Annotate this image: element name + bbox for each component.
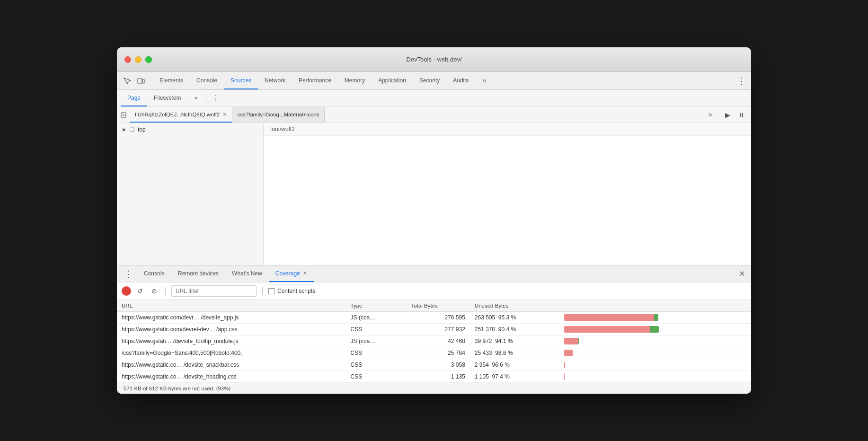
total-bytes-cell: 276 595	[407, 312, 470, 324]
tab-elements[interactable]: Elements	[153, 72, 190, 89]
total-bytes-cell: 277 932	[407, 324, 470, 335]
sources-tab-filesystem[interactable]: Filesystem	[147, 90, 187, 106]
col-header-url[interactable]: URL	[117, 300, 346, 312]
unused-bytes-cell: 39 972 94.1 %	[470, 335, 559, 347]
unused-bytes-cell: 251 370 90.4 %	[470, 324, 559, 335]
maximize-button[interactable]	[145, 56, 152, 63]
drawer-tab-coverage[interactable]: Coverage ✕	[269, 265, 314, 282]
drawer-tab-whats-new[interactable]: What's New	[225, 265, 269, 282]
file-tab-woff2[interactable]: flUhRq6tzZclQEJ...NcIhQ8tQ.woff2 ✕	[130, 107, 232, 123]
url-filter-input[interactable]	[171, 285, 257, 297]
sources-tab-page[interactable]: Page	[121, 90, 147, 106]
type-cell: CSS	[346, 347, 407, 359]
file-tab-close-icon[interactable]: ✕	[222, 112, 227, 117]
type-cell: JS (coa…	[346, 335, 407, 347]
sources-bar-divider	[206, 94, 206, 103]
page-icon: ☐	[129, 126, 135, 133]
right-panel: font/woff2	[264, 123, 751, 265]
sources-tab-more-icon[interactable]: »	[187, 90, 204, 106]
tab-memory[interactable]: Memory	[338, 72, 372, 89]
triangle-icon: ▶	[123, 127, 126, 132]
traffic-lights	[124, 56, 152, 63]
url-cell[interactable]: https://www.gstatic.co… /devsite_heading…	[117, 371, 346, 383]
main-menu-icon[interactable]: ⋮	[736, 75, 747, 87]
drawer-kebab-icon[interactable]: ⋮	[121, 269, 137, 279]
content-scripts-label[interactable]: Content scripts	[268, 288, 315, 294]
col-header-type[interactable]: Type	[346, 300, 407, 312]
file-tab-run-icon[interactable]: ▶	[722, 109, 733, 121]
col-header-unused-bytes[interactable]: Unused Bytes	[470, 300, 559, 312]
drawer-close-button[interactable]: ✕	[736, 268, 747, 280]
bar-cell	[559, 324, 751, 335]
url-cell[interactable]: https://www.gstati… /devsite_tooltip_mod…	[117, 335, 346, 347]
coverage-panel: ↺ ⊘ Content scripts URL Type	[117, 282, 751, 394]
file-tabs-bar: flUhRq6tzZclQEJ...NcIhQ8tQ.woff2 ✕ css?f…	[117, 107, 751, 123]
table-row[interactable]: https://www.gstatic.com/devr… /devsite_a…	[117, 312, 751, 324]
svg-line-3	[123, 114, 124, 116]
cursor-tool-icon[interactable]	[121, 75, 133, 87]
minimize-button[interactable]	[135, 56, 142, 63]
device-toggle-icon[interactable]	[135, 75, 147, 87]
tree-item-top-label: top	[138, 126, 146, 133]
type-cell: CSS	[346, 371, 407, 383]
svg-rect-1	[142, 79, 144, 83]
file-path-text: font/woff2	[270, 126, 295, 132]
bar-cell	[559, 347, 751, 359]
tree-item-top[interactable]: ▶ ☐ top	[117, 123, 263, 136]
tab-sources[interactable]: Sources	[224, 72, 258, 89]
sources-bar: Page Filesystem » ⋮	[117, 90, 751, 107]
file-tab-css[interactable]: css?family=Goog...Material+Icons	[232, 107, 324, 123]
file-tabs-right: » ▶ ⏸	[701, 109, 751, 121]
file-tab-back-icon[interactable]	[117, 108, 130, 122]
tab-audits[interactable]: Audits	[446, 72, 475, 89]
drawer-tab-console[interactable]: Console	[137, 265, 171, 282]
stop-button[interactable]: ⊘	[149, 286, 159, 296]
sources-kebab-icon[interactable]: ⋮	[208, 94, 223, 103]
window-title: DevTools - web.dev/	[406, 56, 461, 63]
tab-network[interactable]: Network	[258, 72, 292, 89]
main-tabs-right: ⋮	[736, 72, 751, 89]
close-button[interactable]	[124, 56, 131, 63]
coverage-toolbar: ↺ ⊘ Content scripts	[117, 282, 751, 300]
table-row[interactable]: https://www.gstatic.co… /devsite_snackba…	[117, 359, 751, 371]
unused-bytes-cell: 2 954 96.6 %	[470, 359, 559, 371]
file-path-bar: font/woff2	[264, 123, 751, 136]
coverage-tab-close-icon[interactable]: ✕	[303, 270, 307, 276]
tab-application[interactable]: Application	[372, 72, 413, 89]
col-header-bar	[559, 300, 751, 312]
status-text: 571 KB of 612 KB bytes are not used. (93…	[124, 386, 230, 391]
table-row[interactable]: https://www.gstati… /devsite_tooltip_mod…	[117, 335, 751, 347]
unused-bytes-cell: 263 505 95.3 %	[470, 312, 559, 324]
bar-cell	[559, 312, 751, 324]
type-cell: CSS	[346, 324, 407, 335]
table-row[interactable]: https://www.gstatic.com/devrel-dev… /app…	[117, 324, 751, 335]
url-cell[interactable]: https://www.gstatic.co… /devsite_snackba…	[117, 359, 346, 371]
total-bytes-cell: 1 135	[407, 371, 470, 383]
content-scripts-checkbox[interactable]	[268, 288, 275, 294]
url-cell[interactable]: https://www.gstatic.com/devr… /devsite_a…	[117, 312, 346, 324]
total-bytes-cell: 25 784	[407, 347, 470, 359]
file-tabs-more-icon[interactable]: »	[701, 110, 719, 120]
status-bar: 571 KB of 612 KB bytes are not used. (93…	[117, 383, 751, 394]
drawer-tab-remote-devices[interactable]: Remote devices	[171, 265, 225, 282]
bar-cell	[559, 335, 751, 347]
tab-performance[interactable]: Performance	[292, 72, 338, 89]
tab-console[interactable]: Console	[190, 72, 224, 89]
coverage-table: URL Type Total Bytes Unused Bytes https:…	[117, 300, 751, 383]
file-tab-pause-icon[interactable]: ⏸	[736, 109, 747, 121]
tab-security[interactable]: Security	[413, 72, 446, 89]
left-panel: ▶ ☐ top	[117, 123, 264, 265]
table-row[interactable]: https://www.gstatic.co… /devsite_heading…	[117, 371, 751, 383]
total-bytes-cell: 3 058	[407, 359, 470, 371]
url-cell[interactable]: https://www.gstatic.com/devrel-dev… /app…	[117, 324, 346, 335]
table-row[interactable]: /css?family=Google+Sans:400,500|Roboto:4…	[117, 347, 751, 359]
record-button[interactable]	[122, 286, 131, 296]
svg-rect-0	[138, 79, 142, 83]
url-cell[interactable]: /css?family=Google+Sans:400,500|Roboto:4…	[117, 347, 346, 359]
toolbar-separator	[165, 287, 166, 295]
col-header-total-bytes[interactable]: Total Bytes	[407, 300, 470, 312]
reload-button[interactable]: ↺	[135, 286, 145, 296]
bottom-drawer: ⋮ Console Remote devices What's New Cove…	[117, 265, 751, 394]
sources-tabs: Page Filesystem »	[117, 90, 204, 106]
tab-more-icon[interactable]: »	[476, 72, 493, 89]
